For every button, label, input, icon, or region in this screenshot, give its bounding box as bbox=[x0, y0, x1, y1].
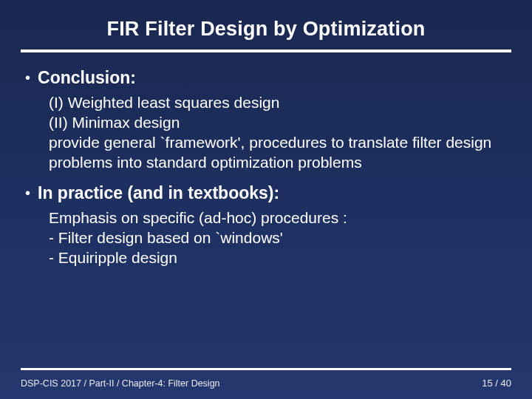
slide-content: • Conclusion: (I) Weighted least squares… bbox=[21, 67, 511, 399]
bullet-1-head: Conclusion: bbox=[38, 67, 136, 88]
page-number: 15 / 40 bbox=[482, 378, 511, 389]
footer-left-text: DSP-CIS 2017 / Part-II / Chapter-4: Filt… bbox=[21, 378, 220, 389]
title-divider bbox=[21, 50, 511, 52]
footer-line: DSP-CIS 2017 / Part-II / Chapter-4: Filt… bbox=[21, 378, 511, 389]
bullet-1: • Conclusion: bbox=[24, 67, 508, 88]
slide-footer: DSP-CIS 2017 / Part-II / Chapter-4: Filt… bbox=[0, 368, 532, 399]
bullet-2-line-1: Emphasis on specific (ad-hoc) procedures… bbox=[49, 208, 508, 228]
bullet-dot-icon: • bbox=[25, 67, 30, 88]
bullet-1-line-1: (I) Weighted least squares design bbox=[49, 92, 508, 112]
bullet-2-line-2: - Filter design based on `windows' bbox=[49, 228, 508, 248]
bullet-1-line-3: provide general `framework', procedures … bbox=[49, 132, 508, 172]
footer-divider bbox=[21, 368, 511, 370]
bullet-dot-icon: • bbox=[25, 183, 30, 203]
bullet-block-2: • In practice (and in textbooks): Emphas… bbox=[24, 183, 508, 267]
bullet-2-head: In practice (and in textbooks): bbox=[38, 183, 279, 203]
bullet-block-1: • Conclusion: (I) Weighted least squares… bbox=[24, 67, 508, 172]
slide: FIR Filter Design by Optimization • Conc… bbox=[0, 0, 532, 399]
slide-title: FIR Filter Design by Optimization bbox=[21, 18, 511, 41]
bullet-2: • In practice (and in textbooks): bbox=[24, 183, 508, 203]
bullet-2-line-3: - Equiripple design bbox=[49, 248, 508, 267]
bullet-1-line-2: (II) Minimax design bbox=[49, 112, 508, 132]
